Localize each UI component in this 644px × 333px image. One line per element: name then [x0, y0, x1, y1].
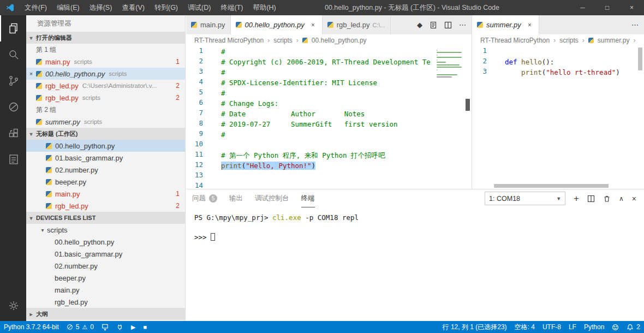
section-devices-files[interactable]: ▾ DEVICES FILES LIST — [26, 212, 185, 224]
breadcrumb-file[interactable]: summer.py — [598, 37, 630, 44]
notifications-bell-button[interactable]: 2 — [623, 321, 644, 333]
device-file-basic-grammar[interactable]: 01.basic_grammar.py — [26, 248, 185, 260]
open-editor-item-hello[interactable]: × 00.hello_python.py scripts — [26, 68, 185, 80]
maximize-button[interactable]: □ — [595, 0, 619, 15]
encoding-status[interactable]: UTF-8 — [539, 321, 565, 333]
python-file-icon — [36, 71, 42, 77]
vertical-scrollbar[interactable] — [464, 46, 472, 189]
tab-terminal[interactable]: 终端 — [301, 189, 315, 207]
scrollbar-thumb[interactable] — [638, 47, 642, 70]
tree-item-number[interactable]: 02.number.py — [26, 164, 185, 176]
tree-item-basic-grammar[interactable]: 01.basic_grammar.py — [26, 152, 185, 164]
more-actions-icon[interactable]: ⋯ — [631, 21, 639, 29]
indentation-status[interactable]: 空格: 4 — [511, 321, 539, 333]
device-file-number[interactable]: 02.number.py — [26, 260, 185, 272]
device-file-hello[interactable]: 00.hello_python.py — [26, 236, 185, 248]
section-open-editors[interactable]: ▾ 打开的编辑器 — [26, 32, 185, 44]
open-editor-item-main[interactable]: main.py scripts 1 — [26, 56, 185, 68]
more-actions-icon[interactable]: ⋯ — [459, 21, 466, 29]
serial-port-select[interactable]: 1: COM18 ▼ — [485, 192, 565, 205]
file-name: main.py — [55, 190, 80, 198]
close-panel-icon[interactable]: × — [632, 194, 636, 203]
explorer-icon[interactable] — [0, 15, 26, 41]
tab-debug-console[interactable]: 调试控制台 — [255, 189, 289, 207]
maximize-panel-icon[interactable]: ∧ — [619, 195, 624, 203]
kill-terminal-trash-icon[interactable] — [603, 195, 611, 203]
language-label: Python — [584, 323, 604, 331]
terminal-output[interactable]: PS G:\mpy\mpy_prj> cli.exe -p COM18 repl… — [186, 207, 644, 242]
tree-item-rgb-led[interactable]: rgb_led.py 2 — [26, 200, 185, 212]
open-editor-item-rgb1[interactable]: rgb_led.py C:\Users\Administrator\.v... … — [26, 80, 185, 92]
breadcrumb-folder[interactable]: scripts — [273, 37, 293, 44]
menu-debug[interactable]: 调试(D) — [183, 0, 216, 15]
tab-summer-py[interactable]: summer.py × — [472, 15, 539, 34]
problems-status[interactable]: 5 ⚠ 0 — [63, 321, 98, 333]
new-terminal-icon[interactable]: + — [574, 195, 579, 203]
menu-help[interactable]: 帮助(H) — [248, 0, 281, 15]
close-tab-icon[interactable]: × — [309, 21, 317, 29]
minimap[interactable] — [437, 48, 463, 84]
tab-problems[interactable]: 问题 5 — [192, 189, 217, 207]
serial-connect-button[interactable] — [112, 321, 127, 333]
split-terminal-icon[interactable] — [587, 195, 595, 203]
horizontal-scrollbar[interactable] — [472, 183, 636, 189]
device-file-beeper[interactable]: beeper.py — [26, 272, 185, 284]
menu-go[interactable]: 转到(G) — [150, 0, 183, 15]
section-workspace[interactable]: ▾ 无标题 (工作区) — [26, 128, 185, 140]
run-button[interactable]: ▶ — [127, 321, 139, 333]
tab-rgb-led-py[interactable]: rgb_led.py C:\... — [323, 15, 391, 34]
breadcrumb-file[interactable]: 00.hello_python.py — [312, 37, 367, 44]
open-editor-item-rgb2[interactable]: rgb_led.py scripts 2 — [26, 92, 185, 104]
open-editor-item-summer[interactable]: summer.py scripts — [26, 116, 185, 128]
breadcrumb-folder[interactable]: scripts — [559, 37, 579, 44]
diamond-icon[interactable]: ◆ — [417, 21, 422, 29]
editor-group-2-label[interactable]: 第 2 组 — [26, 104, 185, 116]
tree-item-beeper[interactable]: beeper.py — [26, 176, 185, 188]
tree-item-main[interactable]: main.py 1 — [26, 188, 185, 200]
breadcrumb-project[interactable]: RT-Thread MicroPython — [194, 37, 264, 44]
device-files-icon[interactable] — [0, 146, 26, 173]
close-window-button[interactable]: × — [619, 0, 644, 15]
breadcrumb-project[interactable]: RT-Thread MicroPython — [480, 37, 550, 44]
eol-status[interactable]: LF — [565, 321, 580, 333]
python-interpreter-status[interactable]: Python 3.7.2 64-bit — [0, 321, 63, 333]
search-icon[interactable] — [0, 41, 26, 68]
scrollbar-thumb[interactable] — [466, 99, 470, 111]
download-to-device-button[interactable] — [98, 321, 112, 333]
tab-main-py[interactable]: main.py — [186, 15, 231, 34]
menu-file[interactable]: 文件(F) — [20, 0, 52, 15]
activity-bar — [0, 15, 26, 321]
devices-folder-scripts[interactable]: ▾ scripts — [26, 224, 185, 236]
language-mode-status[interactable]: Python — [580, 321, 608, 333]
editor-group-1-label[interactable]: 第 1 组 — [26, 44, 185, 56]
menu-view[interactable]: 查看(V) — [117, 0, 150, 15]
open-preview-icon[interactable] — [430, 21, 437, 29]
code-editor-2[interactable]: 123 def hello(): print("hello rt-thread"… — [472, 46, 644, 189]
menu-edit[interactable]: 编辑(E) — [52, 0, 85, 15]
minimize-button[interactable]: ─ — [570, 0, 595, 15]
feedback-smiley-button[interactable] — [608, 321, 623, 333]
settings-gear-icon[interactable] — [0, 293, 26, 319]
download-icon — [102, 324, 109, 331]
code-editor-1[interactable]: 1234567891011121314 ## Copyright (c) 200… — [186, 46, 472, 189]
debug-icon[interactable] — [0, 94, 26, 120]
close-tab-icon[interactable]: × — [526, 21, 534, 29]
split-editor-icon[interactable] — [444, 21, 452, 29]
menu-terminal[interactable]: 终端(T) — [216, 0, 248, 15]
device-file-rgb-led[interactable]: rgb_led.py — [26, 296, 185, 308]
extensions-icon[interactable] — [0, 120, 26, 146]
stop-button[interactable]: ■ — [139, 321, 151, 333]
menu-selection[interactable]: 选择(S) — [85, 0, 117, 15]
vertical-scrollbar[interactable] — [636, 46, 644, 189]
device-file-main[interactable]: main.py — [26, 284, 185, 296]
code-content[interactable]: ## Copyright (c) 2006-2019, RT-Thread De… — [210, 46, 431, 189]
code-content[interactable]: def hello(): print("hello rt-thread") — [494, 46, 620, 189]
section-outline[interactable]: ▸ 大纲 — [26, 308, 185, 320]
tree-item-hello[interactable]: 00.hello_python.py — [26, 140, 185, 152]
scrollbar-thumb[interactable] — [494, 184, 609, 188]
source-control-icon[interactable] — [0, 68, 26, 94]
tab-hello-python-py[interactable]: 00.hello_python.py × — [231, 15, 323, 34]
tab-output[interactable]: 输出 — [229, 189, 243, 207]
cursor-position-status[interactable]: 行 12, 列 1 (已选择23) — [439, 321, 511, 333]
close-icon[interactable]: × — [26, 70, 36, 77]
